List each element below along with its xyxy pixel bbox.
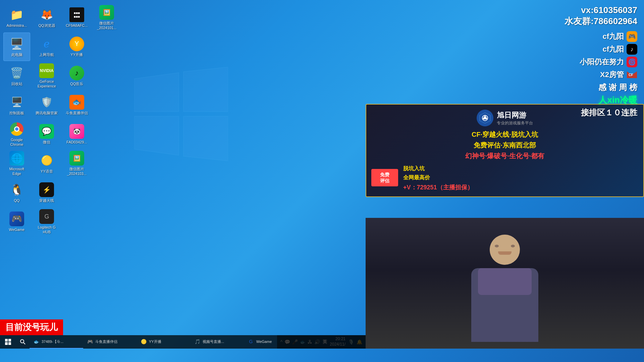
desktop-icon-crossfire[interactable]: ⚡ 穿越火线	[33, 178, 60, 207]
desktop-icon-qq-browser[interactable]: 🦊 QQ浏览器	[33, 3, 60, 32]
taskbar-item-douyu-companion[interactable]: 🎮 斗鱼直播伴侣	[83, 335, 137, 349]
desktop-icon-wechat-img2[interactable]: 🖼️ 微信图片_2024103...	[63, 149, 90, 178]
weibo-icon: 🌀	[627, 57, 637, 67]
taskbar-label-shipin: 视频号直播...	[203, 339, 224, 344]
taskbar-item-wegame[interactable]: G WeGame	[244, 335, 298, 349]
taskbar: 🐟 37489-【斗... 🎮 斗鱼直播伴侣 🟡 YY开播 🎵 视频号直播...	[0, 335, 366, 349]
desktop-icon-internet-nav[interactable]: ℯ 上网导航	[33, 33, 60, 61]
social-row-2: cf九阳 ♪	[372, 44, 637, 55]
winner-name: 人xin冷暖	[598, 95, 637, 105]
svg-rect-3	[8, 342, 11, 345]
taskbar-label-douyu: 37489-【斗...	[42, 339, 63, 344]
desktop-icon-microsoft-edge[interactable]: 🌐 MicrosoftEdge	[3, 149, 30, 178]
taskbar-label-wegame: WeGame	[256, 340, 272, 344]
start-button[interactable]	[0, 335, 16, 349]
ad-vip-text: +V：729251（主播担保）	[403, 183, 473, 191]
desktop-icon-control-panel[interactable]: 🖥️ 控制面板	[3, 91, 30, 119]
taskbar-item-yy[interactable]: 🟡 YY开播	[137, 335, 191, 349]
desktop-icon-this-pc[interactable]: 🖥️ 此电脑	[3, 33, 30, 61]
taskbar-icon-douyu-companion: 🎮	[87, 338, 93, 345]
desktop-icon-qq-music[interactable]: ♪ QQ音乐	[63, 62, 90, 90]
search-button[interactable]	[16, 335, 30, 349]
desktop-icon-recycle[interactable]: 🗑️ 回收站	[3, 62, 30, 90]
desktop-icon-cf9a8afc[interactable]: ■■■■■■ CF9A8AFC...	[63, 3, 90, 32]
x2room-row: X2房管 CF	[372, 69, 637, 80]
douyin-icon: ♪	[627, 44, 637, 55]
desktop-icon-tencent[interactable]: 🛡️ 腾讯电脑管家	[33, 91, 60, 119]
ad-badge: 免费评估	[371, 169, 398, 186]
desktop-icon-yy-voice[interactable]: 🟡 YY语音	[33, 149, 60, 178]
taskbar-item-shipin[interactable]: 🎵 视频号直播...	[191, 335, 244, 349]
taskbar-icon-yy: 🟡	[140, 338, 147, 345]
desktop-icon-fad[interactable]: 🐼 FAD03429...	[63, 120, 90, 148]
desktop-icon-logitech[interactable]: G Logitech GHUB	[33, 207, 60, 236]
desktop-icon-nvidia[interactable]: NVIDIA GeForceExperience	[33, 62, 60, 90]
cf-icon-1: 🎮	[627, 31, 637, 42]
desktop-icon-douyu[interactable]: 🐟 斗鱼直播伴侣	[63, 91, 90, 119]
desktop-icon-google-chrome[interactable]: GoogleChrome	[3, 120, 30, 148]
x2-icon: CF	[627, 69, 637, 80]
person-head	[490, 235, 520, 265]
svg-text:CF: CF	[629, 73, 633, 77]
taskbar-icon-shipin: 🎵	[194, 338, 201, 345]
webcam	[366, 218, 644, 349]
info-overlay: vx:610356037 水友群:786602964 cf九阳 🎮 cf九阳 ♪…	[366, 0, 644, 123]
taskbar-label-yy: YY开播	[149, 339, 161, 344]
ad-right-text-2: 全网最高价	[403, 173, 473, 182]
taskbar-item-douyu[interactable]: 🐟 37489-【斗...	[30, 335, 83, 349]
desktop-icon-wegame[interactable]: 🎮 WeGame	[3, 207, 30, 236]
svg-rect-1	[8, 339, 11, 342]
desktop-icon-yy-open[interactable]: Y YY开播	[63, 33, 90, 61]
person-silhouette	[454, 235, 555, 349]
red-banner: 目前没号玩儿	[0, 319, 63, 335]
social-row-3: 小阳仍在努力 🌀	[372, 57, 637, 67]
svg-line-5	[23, 343, 25, 344]
svg-point-4	[20, 340, 24, 343]
ad-bottom: 免费评估 脱坑入坑 全网最高价 +V：729251（主播担保）	[371, 164, 638, 191]
streak-text: 接排区１０连胜	[372, 107, 637, 118]
taskbar-label-douyu-companion: 斗鱼直播伴侣	[95, 339, 117, 344]
shuiyou-text: 水友群:786602964	[372, 15, 637, 27]
person-body	[471, 268, 538, 342]
svg-rect-0	[5, 339, 8, 342]
desktop-icon-wechat[interactable]: 💬 微信	[33, 120, 60, 148]
thanks-text: 感 谢 周 榜	[372, 82, 637, 93]
vx-text: vx:610356037	[372, 5, 637, 15]
desktop-icon-qq[interactable]: 🐧 QQ	[3, 178, 30, 207]
webcam-feed	[366, 218, 644, 349]
taskbar-icon-douyu: 🐟	[33, 338, 40, 345]
ad-main-text: CF·穿越火线·脱坑入坑 免费评估·东南西北部 幻神号·爆破号·生化号·都有	[371, 129, 638, 161]
social-row-1: cf九阳 🎮	[372, 31, 637, 42]
svg-rect-2	[5, 342, 8, 345]
ad-right-text-1: 脱坑入坑	[403, 164, 473, 173]
taskbar-icon-wegame-task: G	[248, 338, 254, 345]
desktop-icon-administrator[interactable]: 📁 Administra...	[3, 3, 30, 32]
desktop-icon-wechat-img1[interactable]: 🖼️ 微信图片_2024101...	[93, 3, 120, 32]
